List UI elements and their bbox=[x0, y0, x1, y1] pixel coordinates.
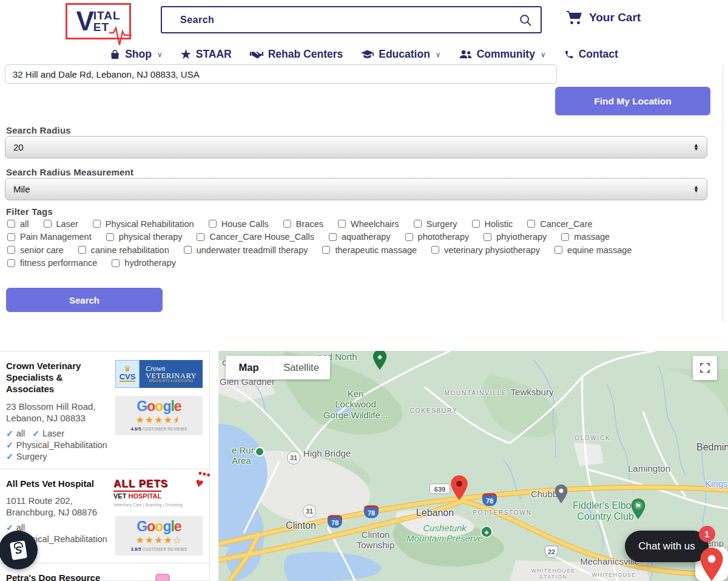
search-input[interactable] bbox=[180, 15, 519, 25]
checkbox[interactable] bbox=[106, 233, 114, 241]
checkbox[interactable] bbox=[44, 220, 52, 228]
checkbox[interactable] bbox=[405, 233, 413, 241]
fullscreen-button[interactable] bbox=[693, 356, 717, 380]
checkbox[interactable] bbox=[484, 233, 491, 241]
shopify-chat-bubble[interactable]: S bbox=[0, 531, 38, 569]
filter-tag-veterinary-physiotherapy[interactable]: veterinary physiotherapy bbox=[431, 245, 540, 255]
nav-item-staar[interactable]: ★STAAR bbox=[181, 48, 232, 61]
checkbox[interactable] bbox=[184, 246, 192, 254]
cart-button[interactable]: Your Cart bbox=[566, 10, 641, 25]
radius-measurement-select[interactable]: Mile ▲▼ bbox=[5, 178, 707, 200]
filter-tag-aquatherapy[interactable]: aquatherapy bbox=[329, 232, 391, 242]
checkbox[interactable] bbox=[209, 220, 217, 228]
result-card[interactable]: Petra's Dog Resource Center bbox=[0, 563, 209, 581]
star-icon: ★ bbox=[181, 49, 191, 60]
filter-tag-canine-rehabilitation[interactable]: canine rehabilitation bbox=[78, 245, 169, 255]
nav-item-education[interactable]: Education∨ bbox=[361, 48, 440, 61]
checkbox[interactable] bbox=[283, 220, 291, 228]
green-area-pin[interactable] bbox=[255, 447, 265, 459]
result-card[interactable]: Crown Veterinary Specialists & Associate… bbox=[0, 352, 209, 469]
filter-tag-phyiotherapy[interactable]: phyiotherapy bbox=[484, 232, 547, 242]
find-my-location-button[interactable]: Find My Location bbox=[555, 87, 710, 115]
filter-tag-therapeutic-massage[interactable]: therapeutic massage bbox=[322, 245, 417, 255]
filter-tag-label: phyiotherapy bbox=[496, 232, 547, 242]
nav-item-rehab-centers[interactable]: Rehab Centers bbox=[250, 48, 343, 61]
checkbox[interactable] bbox=[414, 220, 422, 228]
filter-tag-holistic[interactable]: Holistic bbox=[472, 219, 513, 229]
filter-tag-surgery[interactable]: Surgery bbox=[414, 219, 457, 229]
checkbox[interactable] bbox=[431, 246, 439, 254]
result-tag: ✓Laser bbox=[32, 429, 64, 438]
checkbox[interactable] bbox=[93, 220, 101, 228]
filter-tag-label: Pain Management bbox=[20, 232, 92, 242]
checkbox[interactable] bbox=[7, 220, 15, 228]
filter-tag-equine-massage[interactable]: equine massage bbox=[554, 245, 632, 255]
filter-tag-hydrotherapy[interactable]: hydrotherapy bbox=[112, 258, 176, 268]
filter-tag-fitness-performance[interactable]: fitness performance bbox=[7, 258, 97, 268]
filter-tag-label: phototherapy bbox=[418, 232, 470, 242]
checkbox[interactable] bbox=[197, 233, 204, 241]
golf-course-pin[interactable]: ⚑ bbox=[631, 498, 645, 522]
checkbox[interactable] bbox=[338, 220, 346, 228]
chat-with-us-button[interactable]: Chat with us bbox=[625, 531, 709, 562]
filter-tag-cancer-care-house-calls[interactable]: Cancer_Care House_Calls bbox=[197, 232, 314, 242]
checkbox[interactable] bbox=[527, 220, 535, 228]
checkbox[interactable] bbox=[561, 233, 569, 241]
google-logo: Google bbox=[136, 399, 181, 413]
gray-place-pin[interactable] bbox=[555, 484, 568, 506]
map-label: Clinton bbox=[286, 520, 316, 531]
filter-tag-braces[interactable]: Braces bbox=[283, 219, 323, 229]
checkbox[interactable] bbox=[322, 246, 330, 254]
route-shield-31: 31 bbox=[287, 451, 300, 464]
checkbox[interactable] bbox=[78, 246, 86, 254]
filter-tag-underwater-treadmill-therapy[interactable]: underwater treadmill therapy bbox=[184, 245, 308, 255]
checkbox[interactable] bbox=[472, 220, 480, 228]
satellite-button[interactable]: Satellite bbox=[272, 356, 330, 379]
filter-tag-house-calls[interactable]: House Calls bbox=[209, 219, 269, 229]
map-label: MOUNTAINVILLE bbox=[444, 390, 507, 397]
map-button[interactable]: Map bbox=[226, 356, 272, 379]
result-name: Petra's Dog Resource Center bbox=[6, 572, 109, 581]
filter-tag-cancer-care[interactable]: Cancer_Care bbox=[527, 219, 592, 229]
checkbox[interactable] bbox=[7, 233, 15, 241]
filter-tag-wheelchairs[interactable]: Wheelchairs bbox=[338, 219, 399, 229]
google-reviews-badge: Google★★★★☆3.8/5CUSTOMER REVIEWS bbox=[115, 516, 203, 556]
filter-tag-pain-management[interactable]: Pain Management bbox=[7, 232, 92, 242]
preserve-tree-pin[interactable]: ♣ bbox=[480, 526, 493, 540]
checkbox[interactable] bbox=[329, 233, 337, 241]
filter-tag-physical-rehabilitation[interactable]: Physical Rehabilitation bbox=[93, 219, 194, 229]
filter-tag-senior-care[interactable]: senior care bbox=[7, 245, 64, 255]
chat-pin-icon[interactable] bbox=[700, 548, 723, 581]
radius-measurement-value: Mile bbox=[13, 184, 30, 194]
search-icon[interactable] bbox=[519, 13, 532, 27]
result-tag: ✓all bbox=[6, 429, 25, 438]
nav-item-contact[interactable]: Contact bbox=[564, 48, 618, 61]
users-icon bbox=[459, 50, 472, 59]
vitalvet-logo[interactable]: V ITAL ET bbox=[66, 3, 131, 39]
filter-tag-phototherapy[interactable]: phototherapy bbox=[405, 232, 470, 242]
filter-tag-label: House Calls bbox=[221, 219, 269, 229]
check-icon: ✓ bbox=[6, 440, 13, 450]
nav-label: Community bbox=[477, 48, 535, 61]
red-location-pin[interactable] bbox=[451, 475, 468, 503]
nav-item-shop[interactable]: Shop∨ bbox=[110, 48, 163, 61]
filter-tag-label: Cancer_Care House_Calls bbox=[209, 232, 314, 242]
google-reviews-badge: Google★★★★★4.6/5CUSTOMER REVIEWS bbox=[115, 396, 203, 435]
nav-item-community[interactable]: Community∨ bbox=[459, 48, 546, 61]
filter-tag-label: Laser bbox=[56, 219, 78, 229]
checkbox[interactable] bbox=[7, 259, 15, 267]
checkbox[interactable] bbox=[112, 259, 120, 267]
address-input[interactable] bbox=[5, 64, 557, 84]
checkbox[interactable] bbox=[7, 246, 15, 254]
filter-tag-laser[interactable]: Laser bbox=[44, 219, 78, 229]
search-radius-select[interactable]: 20 ▲▼ bbox=[5, 136, 707, 158]
map-label: OLDWICK bbox=[575, 435, 610, 442]
park-tree-pin[interactable]: ♣ bbox=[373, 351, 387, 372]
filter-tag-all[interactable]: all bbox=[7, 219, 29, 229]
filter-tag-physical-therapy[interactable]: physical therapy bbox=[106, 232, 183, 242]
checkbox[interactable] bbox=[554, 246, 562, 254]
filter-tag-label: Surgery bbox=[426, 219, 457, 229]
route-shield-22: 22 bbox=[545, 546, 558, 558]
filter-tag-massage[interactable]: massage bbox=[561, 232, 610, 242]
search-button[interactable]: Search bbox=[6, 288, 163, 312]
